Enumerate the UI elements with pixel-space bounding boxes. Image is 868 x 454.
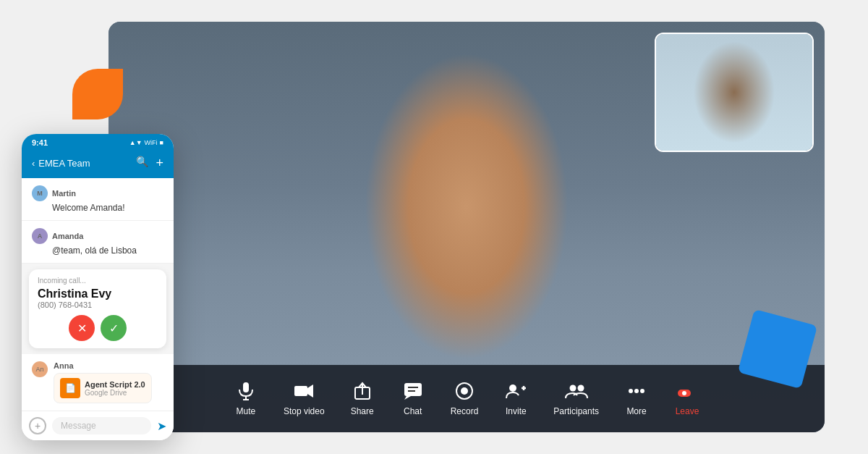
attachment-name: Agent Script 2.0 [85,380,145,389]
attachment-source: Google Drive [85,389,145,397]
chat-message-anna: An Anna 📄 Agent Script 2.0 Google Drive [22,354,174,411]
message-text-amanda: @team, olá de Lisboa [52,245,163,256]
mobile-body: M Martin Welcome Amanda! A Amanda @team,… [22,178,174,411]
send-button[interactable]: ➤ [157,419,166,433]
pip-video [655,33,814,152]
leave-icon [676,379,699,403]
share-button[interactable]: Share [341,375,384,421]
attachment-card[interactable]: 📄 Agent Script 2.0 Google Drive [54,373,152,403]
call-toolbar: Mute Stop video [109,365,825,432]
mic-icon [234,379,258,403]
svg-rect-0 [243,382,249,392]
incoming-call-card: Incoming call... Christina Evy (800) 768… [29,269,166,348]
add-attachment-button[interactable]: + [29,417,46,434]
mobile-app-overlay: 9:41 ▲▼ WiFi ■ ‹ EMEA Team 🔍 + M Martin … [22,134,174,440]
stop-video-label: Stop video [284,406,325,416]
stop-video-button[interactable]: Stop video [275,375,333,421]
svg-point-17 [577,385,584,392]
mute-button[interactable]: Mute [224,375,268,421]
call-actions: ✕ ✓ [38,315,158,341]
decline-call-button[interactable]: ✕ [69,315,95,341]
mobile-input-bar: + Message ➤ [22,411,174,440]
chat-message-amanda: A Amanda @team, olá de Lisboa [22,221,174,264]
svg-point-22 [682,391,686,395]
invite-label: Invite [506,406,527,416]
status-time: 9:41 [32,138,48,147]
mute-label: Mute [237,406,256,416]
message-input[interactable]: Message [52,417,151,434]
orange-decoration [72,69,123,119]
avatar-anna: An [32,361,48,377]
more-label: More [626,406,646,416]
chat-icon [401,379,425,403]
status-icons: ▲▼ WiFi ■ [129,139,163,146]
avatar-martin: M [32,185,48,201]
sender-amanda: Amanda [52,232,83,240]
header-team-name: EMEA Team [38,158,90,169]
incoming-call-label: Incoming call... [38,277,158,285]
chat-button[interactable]: Chat [391,375,435,421]
svg-point-20 [640,389,644,393]
chat-label: Chat [404,406,422,416]
svg-point-13 [509,384,516,392]
participants-button[interactable]: Participants [545,375,608,421]
share-icon [351,379,374,403]
more-button[interactable]: More [615,375,658,421]
add-icon[interactable]: + [156,156,163,171]
invite-icon [504,379,527,403]
main-video: Mute Stop video [109,22,825,432]
svg-point-16 [569,385,576,392]
back-button[interactable]: ‹ EMEA Team [32,158,90,169]
pip-inner [656,34,812,151]
accept-call-button[interactable]: ✓ [101,315,127,341]
video-icon [292,379,315,403]
participants-label: Participants [553,406,599,416]
svg-marker-4 [307,384,313,398]
mobile-header: ‹ EMEA Team 🔍 + [22,150,174,178]
avatar-amanda: A [32,228,48,244]
svg-point-19 [634,389,639,393]
leave-button[interactable]: Leave [665,375,709,421]
participants-icon [565,379,588,403]
message-placeholder: Message [61,421,96,431]
share-label: Share [351,406,374,416]
header-actions: 🔍 + [136,156,163,171]
search-icon[interactable]: 🔍 [136,156,148,171]
svg-point-12 [461,387,468,395]
record-button[interactable]: Record [442,375,488,421]
chat-message-martin: M Martin Welcome Amanda! [22,178,174,221]
caller-number: (800) 768-0431 [38,300,158,309]
svg-rect-7 [404,383,422,396]
leave-label: Leave [676,406,699,416]
svg-rect-3 [294,386,307,396]
mobile-status-bar: 9:41 ▲▼ WiFi ■ [22,134,174,150]
more-icon [625,379,648,403]
sender-anna: Anna [54,361,74,370]
caller-name: Christina Evy [38,287,158,300]
svg-marker-8 [404,396,411,400]
record-icon [453,379,476,403]
video-call-container: Mute Stop video [109,22,825,432]
invite-button[interactable]: Invite [494,375,537,421]
svg-point-18 [629,389,633,393]
pip-participant [656,34,812,151]
doc-icon: 📄 [60,378,80,398]
message-text-martin: Welcome Amanda! [52,203,163,213]
sender-martin: Martin [52,189,76,198]
record-label: Record [451,406,479,416]
